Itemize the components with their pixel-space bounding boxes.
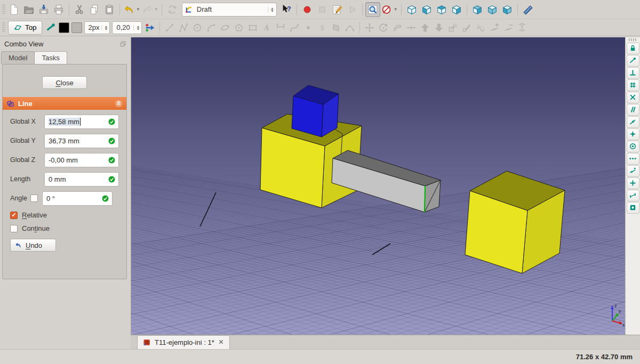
macro-run-button[interactable] xyxy=(345,2,359,17)
angle-lock-checkbox[interactable] xyxy=(30,195,38,202)
combo-arrows[interactable]: ▲▼ xyxy=(268,7,274,12)
draft-ellipse-button[interactable] xyxy=(218,21,232,35)
spinner-arrows[interactable]: ▲▼ xyxy=(101,25,108,30)
draft-bspline-button[interactable] xyxy=(287,21,301,35)
draft-point-button[interactable] xyxy=(301,21,315,35)
draft-shape-2d-view-button[interactable] xyxy=(515,21,529,35)
draft-polygon-button[interactable] xyxy=(232,21,246,35)
undo-button[interactable]: Undo xyxy=(10,239,56,252)
draft-delete-point-button[interactable] xyxy=(501,21,515,35)
view-right-button[interactable] xyxy=(449,2,464,17)
global-z-input[interactable]: -0,00 mm xyxy=(44,153,119,167)
view-bottom-button[interactable] xyxy=(485,2,500,17)
draft-downgrade-button[interactable] xyxy=(432,21,446,35)
refresh-button[interactable] xyxy=(165,2,180,17)
line-color-swatch[interactable] xyxy=(59,22,69,33)
dropdown-arrow-icon[interactable]: ▼ xyxy=(154,7,158,12)
draft-shapestring-button[interactable] xyxy=(315,21,329,35)
draft-circle-button[interactable] xyxy=(190,21,204,35)
macro-edit-button[interactable] xyxy=(330,2,345,17)
view-left-button[interactable] xyxy=(500,2,515,17)
tab-tasks[interactable]: Tasks xyxy=(34,51,67,64)
redo-button[interactable]: ▼ xyxy=(141,2,159,17)
snap-midpoint-button[interactable] xyxy=(627,177,639,189)
new-document-button[interactable] xyxy=(6,2,21,17)
angle-input[interactable]: 0 ° xyxy=(42,191,113,206)
draft-text-button[interactable] xyxy=(260,21,274,35)
snap-perpendicular-button[interactable] xyxy=(627,67,639,79)
close-button[interactable]: Close xyxy=(42,76,87,89)
snap-near-button[interactable] xyxy=(627,116,639,128)
snap-intersection-button[interactable] xyxy=(627,92,639,103)
draft-polyline-button[interactable] xyxy=(177,21,190,35)
blue-cube[interactable] xyxy=(292,85,339,137)
global-y-input[interactable]: 36,73 mm xyxy=(44,134,119,148)
scale-spinner[interactable]: 0,20 ▲▼ xyxy=(112,21,142,34)
view-front-button[interactable] xyxy=(419,2,434,17)
yellow-cube-right[interactable] xyxy=(465,171,565,273)
relative-label[interactable]: Relative xyxy=(22,211,47,219)
draft-wire-to-bspline-button[interactable] xyxy=(474,21,487,35)
float-panel-icon[interactable] xyxy=(119,41,126,47)
snap-special-button[interactable] xyxy=(627,165,639,177)
fit-all-button[interactable] xyxy=(365,2,380,17)
macro-record-button[interactable] xyxy=(300,2,315,17)
draft-rectangle-button[interactable] xyxy=(246,21,260,35)
snap-lock-button[interactable] xyxy=(627,43,639,54)
draft-dimension-button[interactable] xyxy=(274,21,287,35)
autogroup-button[interactable] xyxy=(143,21,157,35)
toggle-snap-button[interactable] xyxy=(44,21,58,35)
paste-button[interactable] xyxy=(102,2,117,17)
draft-upgrade-button[interactable] xyxy=(418,21,432,35)
line-width-spinner[interactable]: 2px ▲▼ xyxy=(84,21,110,34)
snap-endpoint-button[interactable] xyxy=(627,55,639,67)
copy-button[interactable] xyxy=(87,2,102,17)
toolbar-drag-handle[interactable] xyxy=(2,22,5,33)
line-task-header[interactable]: Line xyxy=(3,97,126,110)
undo-button[interactable]: ▼ xyxy=(123,2,141,17)
toolbar-drag-handle[interactable] xyxy=(2,4,5,15)
draft-bezier-button[interactable] xyxy=(343,21,357,35)
snap-dimensions-button[interactable] xyxy=(627,190,639,201)
snap-working-plane-button[interactable] xyxy=(627,202,639,214)
view-top-button[interactable] xyxy=(434,2,449,17)
print-button[interactable] xyxy=(51,2,66,17)
draft-offset-button[interactable] xyxy=(390,21,404,35)
whats-this-button[interactable] xyxy=(279,2,294,17)
dropdown-arrow-icon[interactable]: ▼ xyxy=(394,7,398,12)
save-button[interactable] xyxy=(36,2,51,17)
draft-scale-button[interactable] xyxy=(446,21,460,35)
3d-viewport[interactable]: z Y x xyxy=(131,37,625,335)
close-tab-button[interactable] xyxy=(218,338,224,346)
snap-parallel-button[interactable] xyxy=(627,104,639,116)
draft-move-button[interactable] xyxy=(363,21,377,35)
continue-checkbox[interactable] xyxy=(10,225,18,232)
snap-ortho-button[interactable] xyxy=(627,153,639,165)
document-tab[interactable]: T11-ejemplo-ini : 1* xyxy=(137,335,230,349)
workbench-selector[interactable]: Draft▲▼ xyxy=(182,3,277,17)
working-plane-button[interactable]: Top xyxy=(8,21,42,35)
macro-stop-button[interactable] xyxy=(315,2,330,17)
draft-arc-button[interactable] xyxy=(204,21,218,35)
spinner-arrows[interactable]: ▲▼ xyxy=(133,25,140,30)
snap-grid-button[interactable] xyxy=(627,79,639,91)
draw-style-button[interactable]: ▼ xyxy=(380,2,398,17)
measure-distance-button[interactable] xyxy=(521,2,535,17)
draft-add-point-button[interactable] xyxy=(487,21,501,35)
tab-model[interactable]: Model xyxy=(1,51,35,64)
continue-label[interactable]: Continue xyxy=(22,224,50,232)
length-input[interactable]: 0 mm xyxy=(44,172,119,187)
face-color-swatch[interactable] xyxy=(71,22,82,33)
view-isometric-button[interactable] xyxy=(404,2,419,17)
draft-trimex-button[interactable] xyxy=(404,21,418,35)
toolbar-drag-handle[interactable] xyxy=(629,38,637,41)
open-document-button[interactable] xyxy=(21,2,36,17)
draft-facebinder-button[interactable] xyxy=(329,21,343,35)
draft-edit-button[interactable] xyxy=(460,21,474,35)
global-x-input[interactable]: 12,58 mm xyxy=(44,115,119,129)
cut-button[interactable] xyxy=(72,2,87,17)
view-rear-button[interactable] xyxy=(470,2,485,17)
snap-center-button[interactable] xyxy=(627,141,639,152)
collapse-icon[interactable] xyxy=(114,99,123,108)
relative-checkbox[interactable]: ✓ xyxy=(10,212,18,219)
